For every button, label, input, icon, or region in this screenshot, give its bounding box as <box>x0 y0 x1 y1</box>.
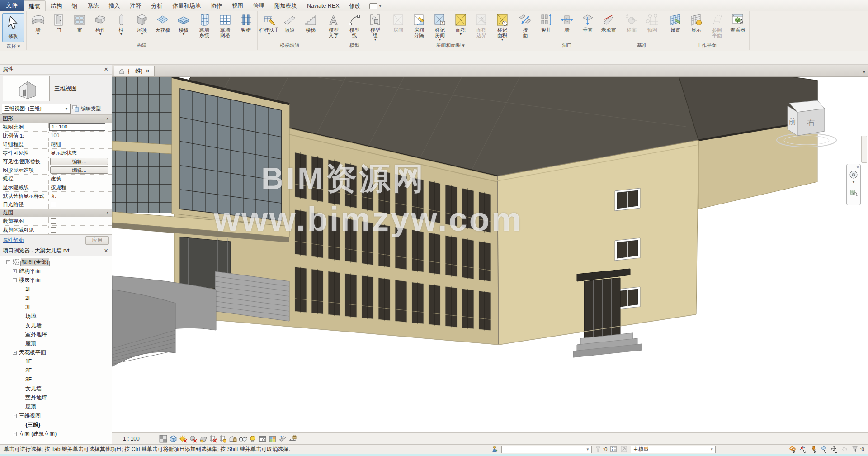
ribbon-button-门[interactable]: 门 <box>48 12 69 33</box>
reveal-hidden-icon[interactable] <box>249 435 257 443</box>
tree-item-室外地坪[interactable]: 室外地坪 <box>0 330 112 339</box>
ribbon-button-天花板[interactable]: 天花板 <box>152 12 173 33</box>
temp-view-icon[interactable] <box>259 435 267 443</box>
ribbon-button-幕墙系统[interactable]: 幕墙系统 <box>194 12 215 38</box>
edit-type-button[interactable]: 编辑类型 <box>72 105 101 112</box>
ribbon-display-toggle[interactable]: ▼ <box>369 0 382 11</box>
ribbon-button-按面[interactable]: 按面 <box>515 12 536 38</box>
type-selector-dropdown[interactable]: 三维视图: {三维}▼ <box>2 104 71 114</box>
ribbon-button-栏杆扶手[interactable]: 栏杆扶手▾ <box>259 12 279 36</box>
group-label-4[interactable]: 洞口 <box>515 42 619 50</box>
project-browser-close-icon[interactable]: ✕ <box>103 247 109 254</box>
ribbon-tab-钢[interactable]: 钢 <box>67 0 83 11</box>
ribbon-button-标记面积[interactable]: 1标记面积▾ <box>492 12 513 42</box>
ribbon-tab-协作[interactable]: 协作 <box>206 0 227 11</box>
constraints-icon[interactable] <box>288 435 297 443</box>
ribbon-tab-视图[interactable]: 视图 <box>227 0 248 11</box>
pin-icon[interactable] <box>810 446 817 453</box>
workset-dropdown[interactable]: ▼ <box>501 446 592 453</box>
ribbon-button-标记房间[interactable]: 1标记房间▾ <box>429 12 450 42</box>
ribbon-tab-附加模块[interactable]: 附加模块 <box>269 0 302 11</box>
group-label-2[interactable]: 模型 <box>323 42 386 50</box>
modify-button[interactable]: 修改 <box>2 13 24 42</box>
steering-wheel-icon[interactable] <box>849 170 858 179</box>
ribbon-tab-插入[interactable]: 插入 <box>104 0 125 11</box>
edit-button[interactable]: 编辑... <box>50 158 108 165</box>
checkbox[interactable] <box>51 218 56 224</box>
ribbon-button-查看器[interactable]: 查看器 <box>727 12 748 33</box>
ribbon-button-显示[interactable]: 显示 <box>686 12 707 33</box>
design-option-dropdown[interactable]: 主模型▼ <box>631 446 716 453</box>
ribbon-button-房间分隔[interactable]: 房间分隔 <box>409 12 429 38</box>
ribbon-button-楼梯[interactable]: 楼梯 <box>300 12 321 33</box>
section-header-1[interactable]: 范围∧ <box>0 209 112 217</box>
ribbon-button-屋顶[interactable]: 屋顶▾ <box>132 12 152 36</box>
ribbon-button-竖梃[interactable]: 竖梃 <box>236 12 256 33</box>
preview-thumbnail[interactable] <box>3 76 50 101</box>
view-tab-close-icon[interactable]: ✕ <box>146 68 150 74</box>
property-value[interactable]: 按规程 <box>49 183 112 191</box>
tree-expander-icon[interactable]: − <box>13 278 17 282</box>
ribbon-tab-分析[interactable]: 分析 <box>146 0 168 11</box>
property-value[interactable]: 建筑 <box>49 175 112 183</box>
ribbon-button-构件[interactable]: 构件▾ <box>90 12 111 36</box>
tree-item-视图全部[interactable]: −视图 (全部) <box>0 257 112 266</box>
tree-expander-icon[interactable]: − <box>13 432 17 436</box>
scale-value-input[interactable]: 1 : 100 <box>49 124 105 131</box>
tree-expander-icon[interactable]: − <box>13 351 17 355</box>
tree-item-立面建筑立面[interactable]: −立面 (建筑立面) <box>0 429 112 438</box>
tree-item-3F[interactable]: 3F <box>0 375 112 384</box>
apply-button[interactable]: 应用 <box>85 236 109 245</box>
ribbon-button-幕墙网格[interactable]: 幕墙网格 <box>215 12 236 38</box>
checkbox[interactable] <box>51 227 56 233</box>
group-label-0[interactable]: 构建 <box>28 42 256 50</box>
property-value[interactable]: 编辑... <box>49 157 112 166</box>
detail-icon[interactable] <box>159 435 167 443</box>
tree-item-屋顶[interactable]: 屋顶 <box>0 402 112 411</box>
tree-item-三维视图[interactable]: −三维视图 <box>0 411 112 420</box>
ribbon-button-窗[interactable]: 窗 <box>69 12 90 33</box>
ribbon-button-模型线[interactable]: 模型线 <box>344 12 365 38</box>
tree-item-天花板平面[interactable]: −天花板平面 <box>0 348 112 357</box>
viewcube[interactable]: 前 右 <box>774 99 842 148</box>
sun-off-icon[interactable] <box>179 435 187 443</box>
tree-item-室外地坪[interactable]: 室外地坪 <box>0 393 112 402</box>
property-value[interactable]: 编辑... <box>49 166 112 174</box>
editor-icon[interactable] <box>610 446 618 453</box>
zoom-tool-icon[interactable] <box>849 188 858 196</box>
render-icon[interactable] <box>199 435 207 443</box>
property-value[interactable]: 显示原状态 <box>49 149 112 157</box>
ribbon-button-老虎窗[interactable]: 老虎窗 <box>598 12 619 33</box>
crop-show-icon[interactable] <box>219 435 227 443</box>
tree-item-女儿墙[interactable]: 女儿墙 <box>0 321 112 330</box>
ribbon-tab-Naviate REX[interactable]: Naviate REX <box>302 0 344 11</box>
ribbon-button-楼板[interactable]: 楼板▾ <box>173 12 194 36</box>
group-label-6[interactable]: 工作平面 <box>665 42 748 50</box>
properties-help-link[interactable]: 属性帮助 <box>3 237 24 244</box>
ribbon-button-垂直[interactable]: 垂直 <box>577 12 598 33</box>
group-label-5[interactable]: 基准 <box>621 42 663 50</box>
displace-icon[interactable] <box>278 435 287 443</box>
tree-item-屋顶[interactable]: 屋顶 <box>0 339 112 348</box>
ribbon-button-坡道[interactable]: 坡道 <box>279 12 300 33</box>
property-value[interactable] <box>49 226 112 234</box>
ribbon-tab-管理[interactable]: 管理 <box>248 0 269 11</box>
group-label-3[interactable]: 房间和面积 ▾ <box>388 42 513 50</box>
shadow-off-icon[interactable] <box>189 435 197 443</box>
select-face-icon[interactable] <box>820 446 828 453</box>
section-header-0[interactable]: 图形∧ <box>0 115 112 123</box>
ribbon-tab-结构[interactable]: 结构 <box>46 0 67 11</box>
navbar-dropdown-icon[interactable]: ▼ <box>852 180 855 184</box>
tree-item-1F[interactable]: 1F <box>0 357 112 366</box>
analysis-icon[interactable] <box>269 435 277 443</box>
ribbon-button-墙[interactable]: 墙▾ <box>28 12 48 36</box>
tree-item-2F[interactable]: 2F <box>0 366 112 375</box>
vstyle-icon[interactable] <box>169 435 177 443</box>
tree-expander-icon[interactable]: − <box>6 260 10 264</box>
exclude-link-icon[interactable] <box>799 446 807 453</box>
ribbon-tab-体量和场地[interactable]: 体量和场地 <box>168 0 206 11</box>
checkbox[interactable] <box>51 202 56 207</box>
property-value[interactable]: 无 <box>49 192 112 200</box>
tree-item-场地[interactable]: 场地 <box>0 312 112 321</box>
tree-item-三维[interactable]: {三维} <box>0 420 112 429</box>
